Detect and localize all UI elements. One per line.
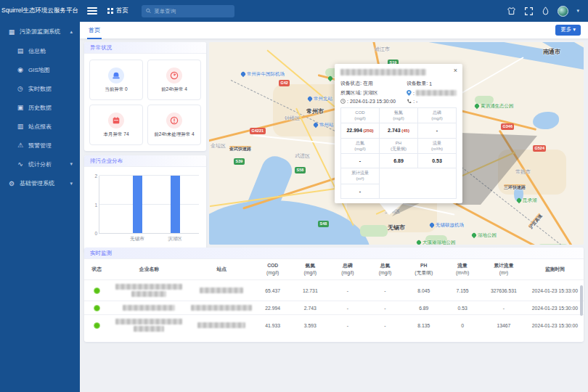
monitor-table: 状态企业名称站点COD(mg/l)氨氮(mg/l)总磷(mg/l)总氮(mg/l… (84, 259, 584, 335)
popup-field-value: 滨湖区 (363, 89, 377, 97)
param-unit: (mg/l) (419, 115, 455, 121)
blue-poi-pin-icon (307, 96, 313, 102)
popup-param-value: - (341, 154, 380, 168)
sidebar-item-0[interactable]: ▦污染源监测系统▴ (0, 22, 80, 41)
table-row[interactable]: 22.9942.743--6.890.53-2024-01-23 15:30:0… (84, 301, 584, 315)
sidebar-item-1[interactable]: ▤信息舱 (0, 41, 80, 60)
history-icon: ▣ (16, 104, 25, 111)
status-ok-dot (94, 305, 100, 311)
popup-field-label: : (413, 91, 415, 96)
monitor-panel-title: 实时监测 (84, 248, 584, 259)
column-unit: (mg/l) (367, 269, 404, 277)
param-unit: (mg/l) (342, 146, 378, 152)
cum-cell: 13467 (481, 315, 526, 336)
sidebar-item-4[interactable]: ▣历史数据 (0, 98, 80, 117)
menu-search[interactable] (142, 5, 234, 17)
bar-chart: 012无锡市滨湖区 (84, 167, 206, 253)
time-cell: 2024-01-23 15:33:00 (526, 280, 584, 301)
cod-cell: 65.437 (254, 280, 292, 301)
breadcrumb[interactable]: 首页 (107, 7, 128, 15)
stat-card-0[interactable]: 当前异常 0 (89, 60, 143, 100)
map-label-blue: 常州北站 (308, 96, 332, 102)
popup-field-value: 1 (429, 81, 432, 86)
column-header-流量: 流量(m³/h) (444, 259, 481, 280)
column-name: 企业名称 (110, 266, 188, 273)
column-header-PH: PH(无量纲) (404, 259, 444, 280)
param-name: COD (342, 110, 378, 115)
user-avatar[interactable] (558, 6, 568, 17)
column-header-站点: 站点 (189, 259, 253, 280)
stat-card-1[interactable]: 前24h异常 4 (147, 60, 201, 100)
sidebar-item-label: 站点报表 (28, 123, 52, 131)
table-row[interactable]: 65.43712.731--8.0457.155327636.5312024-0… (84, 280, 584, 301)
param-limit: (45) (401, 128, 409, 133)
green-poi-pin-icon (416, 240, 422, 245)
popup-field-label: 设备数量: (407, 80, 428, 87)
stat-card-3[interactable]: 前24h未处理异常 4 (147, 105, 201, 145)
sidebar-item-5[interactable]: ▥站点报表 (0, 117, 80, 136)
popup-field-1: 设备数量: 1 (407, 80, 457, 87)
map-label-dist: 金坛区 (211, 142, 226, 150)
station-cell (189, 301, 253, 315)
time-cell: 2024-01-23 15:30:00 (526, 315, 584, 336)
popup-param-header: 累计流量(m³) (341, 168, 380, 184)
station-cell (189, 280, 253, 301)
sidebar-item-label: 统计分析 (28, 160, 52, 168)
param-name: 氨氮 (380, 110, 417, 115)
tp-cell: - (329, 315, 367, 336)
nh3-cell: 12.731 (292, 280, 330, 301)
sidebar-item-6[interactable]: ⚠预警管理 (0, 136, 80, 155)
table-row[interactable]: 41.9333.593--8.1350134672024-01-23 15:30… (84, 315, 584, 336)
sidebar-item-8[interactable]: ⚙基础管理系统▾ (0, 173, 80, 193)
popup-param-value: 6.89 (380, 154, 418, 168)
popup-field-4: : 2024-01-23 15:30:00 (340, 99, 407, 104)
tab-home[interactable]: 首页 (87, 23, 102, 39)
green-poi-pin-icon (327, 75, 333, 81)
map-label-green: 湿地公园 (472, 232, 497, 239)
popup-close-icon[interactable]: × (454, 67, 457, 74)
road-badge: G524 (533, 145, 546, 152)
ph-cell: 6.89 (404, 301, 444, 315)
station-cell (189, 315, 253, 336)
realtime-icon: ◷ (16, 85, 25, 92)
hamburger-menu-icon[interactable] (87, 6, 97, 16)
column-name: 氨氮 (293, 262, 329, 269)
green-poi-pin-icon (471, 232, 477, 238)
popup-param-header: 流量(m³/h) (418, 139, 457, 154)
map-label-blue: 无锡硕放机场 (430, 222, 464, 229)
siren-icon (108, 68, 124, 83)
sidebar-item-3[interactable]: ◷实时数据 (0, 79, 80, 98)
more-button[interactable]: 更多 ▾ (555, 25, 581, 36)
sidebar-item-2[interactable]: ◉GIS地图 (0, 60, 80, 79)
caret-icon: ▴ (70, 29, 73, 35)
map-park (360, 225, 388, 237)
table-scrollbar[interactable] (580, 285, 583, 316)
home-grid-icon (107, 8, 113, 14)
column-unit: (mg/l) (293, 269, 329, 277)
abnormal-status-panel: 异常状况 当前异常 0前24h异常 4本月异常 74前24h未处理异常 4 (84, 42, 206, 151)
fullscreen-icon[interactable] (524, 7, 534, 16)
ph-cell: 8.135 (404, 315, 444, 336)
redacted-company-name (115, 319, 182, 324)
column-header-总氮: 总氮(mg/l) (367, 259, 404, 280)
chart-xtick-label: 无锡市 (130, 236, 144, 242)
gis-map[interactable]: G42G4221S39S230S58S48S19G2G346G524S338 靖… (209, 42, 584, 245)
notification-icon[interactable] (542, 7, 550, 16)
tn-cell: - (367, 315, 404, 336)
popup-empty-cell (380, 168, 457, 198)
theme-skin-icon[interactable] (507, 7, 516, 16)
sidebar-item-label: 预警管理 (28, 142, 52, 150)
dashboard-icon: ▤ (16, 47, 25, 54)
popup-title-redacted (340, 69, 426, 75)
sidebar-item-label: 历史数据 (28, 104, 52, 112)
stat-card-2[interactable]: 本月异常 74 (89, 105, 143, 145)
road-badge: G346 (501, 123, 514, 130)
app-root: Squirrel生态环境云服务平台 首页 ▾ ▦污染源监测系统▴▤信息舱◉GIS… (0, 0, 588, 392)
realtime-monitor-panel: 实时监测 状态企业名称站点COD(mg/l)氨氮(mg/l)总磷(mg/l)总氮… (84, 248, 584, 342)
user-caret-down-icon[interactable]: ▾ (576, 8, 579, 14)
flow-cell: 0 (444, 315, 481, 336)
search-input[interactable] (154, 8, 230, 15)
map-label-road: 金武快速路 (229, 146, 251, 148)
sidebar-item-7[interactable]: ∿统计分析▾ (0, 155, 80, 173)
redacted-value (416, 90, 457, 96)
